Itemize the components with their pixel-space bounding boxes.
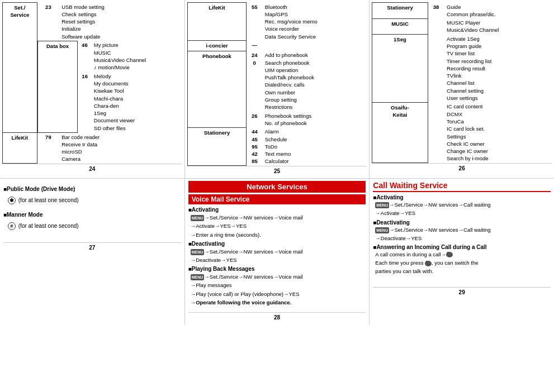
num-cell: 46 xyxy=(78,41,92,71)
items-cell: USB mode setting Check settings Reset se… xyxy=(59,3,182,41)
category-cell: Set./Service xyxy=(3,3,37,133)
page-27-col: ■Public Mode (Drive Mode) ✱ (for at leas… xyxy=(0,179,185,324)
category-cell: LifeKit xyxy=(187,3,247,41)
activating-step2: →Activate→YES→YES xyxy=(191,222,366,230)
manner-mode-detail: # (for at least one second) xyxy=(8,221,181,231)
top-section: Set./Service 23 USB mode setting Check s… xyxy=(0,0,554,179)
category-cell: Stationery xyxy=(372,3,428,19)
hash-icon: # xyxy=(8,222,16,230)
num-cell xyxy=(428,102,444,162)
menu-icon: MENU xyxy=(375,227,389,233)
num-cell: 38 xyxy=(428,3,444,19)
table-row: LifeKit 55 BluetoothMap/GPSRec. msg/voic… xyxy=(187,3,367,41)
deactivating-step2: →Deactivate→YES xyxy=(191,256,366,264)
cw-activating-title: ■Activating xyxy=(373,194,551,200)
playback-step2: →Play messages xyxy=(191,281,366,289)
public-mode-content: ■Public Mode (Drive Mode) ✱ (for at leas… xyxy=(3,184,181,231)
page-26-table: Stationery 38 GuideCommon phrase/dic. MU… xyxy=(372,2,552,163)
activating-section: ■Activating MENU→Set./Service→NW service… xyxy=(188,207,366,239)
menu-icon: MENU xyxy=(191,215,205,221)
public-mode-detail: ✱ (for at least one second) xyxy=(8,195,181,205)
manner-mode-text: (for at least one second) xyxy=(18,223,79,229)
public-mode-title: ■Public Mode (Drive Mode) xyxy=(3,184,181,194)
items-cell: MUSIC PlayerMusic&Video Channel xyxy=(444,18,551,35)
items-cell: MelodyMy documentsKisekae ToolMachi-char… xyxy=(92,72,182,132)
num-cell: — xyxy=(247,41,263,51)
page-28-col: Network Services Voice Mail Service ■Act… xyxy=(185,179,370,324)
table-row: Stationery 4445954285 AlarmScheduleToDoT… xyxy=(187,127,367,165)
cw-activating-section: ■Activating MENU→Set./Service→NW service… xyxy=(373,194,551,217)
playback-section: ■Playing Back Messages MENU→Set./Service… xyxy=(188,266,366,307)
cw-answering-body2: Each time you press 📞, you can switch th… xyxy=(375,259,551,267)
deactivating-section: ■Deactivating MENU→Set./Service→NW servi… xyxy=(188,241,366,264)
category-cell: LifeKit xyxy=(3,133,37,164)
manner-mode-title: ■Manner Mode xyxy=(3,210,181,220)
num-cell xyxy=(428,35,444,103)
activating-step3: →Enter a ring time (seconds). xyxy=(191,231,366,239)
page-number-24: 24 xyxy=(2,164,182,174)
items-cell: Bar code readerReceive Ir datamicroSDCam… xyxy=(59,133,182,164)
category-cell: i-concier xyxy=(187,41,247,51)
category-cell: MUSIC xyxy=(372,18,428,35)
num-cell: 79 xyxy=(37,133,59,164)
category-cell: Data box xyxy=(37,41,78,132)
items-cell: Activate 1SegProgram guideTV timer listT… xyxy=(444,35,551,103)
table-row: Osaifu-Keitai IC card contentDCMXToruCaI… xyxy=(372,102,552,162)
cw-answering-body1: A call comes in during a call→📞 xyxy=(375,250,551,259)
network-services-header: Network Services xyxy=(188,181,366,193)
page-number-26: 26 xyxy=(372,163,552,173)
voice-mail-header: Voice Mail Service xyxy=(188,194,366,204)
cw-deactivating-section: ■Deactivating MENU→Set./Service→NW servi… xyxy=(373,219,551,242)
menu-icon: MENU xyxy=(191,249,205,255)
activating-title: ■Activating xyxy=(188,207,366,213)
activating-step1: MENU→Set./Service→NW services→Voice mail xyxy=(191,213,366,222)
num-cell: 26 xyxy=(247,112,263,128)
category-cell: Phonebook xyxy=(187,51,247,127)
page-25-table: LifeKit 55 BluetoothMap/GPSRec. msg/voic… xyxy=(187,2,367,166)
main-container: Set./Service 23 USB mode setting Check s… xyxy=(0,0,554,324)
category-cell: Osaifu-Keitai xyxy=(372,102,428,162)
public-mode-text: (for at least one second) xyxy=(18,197,79,203)
page-29-col: Call Waiting Service ■Activating MENU→Se… xyxy=(370,179,554,324)
table-row: Data box 46 My pictureMUSICMusic&Video C… xyxy=(37,41,182,71)
table-row: LifeKit 79 Bar code readerReceive Ir dat… xyxy=(3,133,182,164)
bottom-section: ■Public Mode (Drive Mode) ✱ (for at leas… xyxy=(0,179,554,324)
deactivating-title: ■Deactivating xyxy=(188,241,366,247)
cw-answering-title: ■Answering an Incoming Call during a Cal… xyxy=(373,244,551,250)
items-cell: BluetoothMap/GPSRec. msg/voice memoVoice… xyxy=(263,3,367,41)
table-row: i-concier — xyxy=(187,41,367,51)
cw-deactivating-step1: MENU→Set./Service→NW services→Call waiti… xyxy=(375,226,551,234)
num-cell: 240 xyxy=(247,51,263,111)
items-cell: My pictureMUSICMusic&Video Channel♪ moti… xyxy=(92,41,182,71)
items-cell xyxy=(263,41,367,51)
table-row: MUSIC MUSIC PlayerMusic&Video Channel xyxy=(372,18,552,35)
items-cell: AlarmScheduleToDoText memoCalculator xyxy=(263,127,367,165)
table-row: 1Seg Activate 1SegProgram guideTV timer … xyxy=(372,35,552,103)
public-mode-section: ■Public Mode (Drive Mode) ✱ (for at leas… xyxy=(3,184,181,231)
items-cell: GuideCommon phrase/dic. xyxy=(444,3,551,19)
page-25-col: LifeKit 55 BluetoothMap/GPSRec. msg/voic… xyxy=(185,0,370,178)
num-cell xyxy=(428,18,444,35)
page-number-29: 29 xyxy=(373,287,551,297)
page-24-col: Set./Service 23 USB mode setting Check s… xyxy=(0,0,185,178)
page-number-25: 25 xyxy=(187,166,367,176)
table-row: Phonebook 240 Add to phonebookSearch pho… xyxy=(187,51,367,111)
menu-icon: MENU xyxy=(375,202,389,208)
items-cell: IC card contentDCMXToruCaIC card lock se… xyxy=(444,102,551,162)
call-icon-2: 📞 xyxy=(425,261,432,266)
items-cell: Phonebook settingsNo. of phonebook xyxy=(263,112,367,128)
playback-step3: →Play (voice call) or Play (videophone)→… xyxy=(191,290,366,298)
page-number-28: 28 xyxy=(188,312,366,322)
menu-icon: MENU xyxy=(191,274,205,280)
num-cell: 16 xyxy=(78,72,92,132)
cw-answering-section: ■Answering an Incoming Call during a Cal… xyxy=(373,244,551,276)
items-cell: Add to phonebookSearch phonebookUIM oper… xyxy=(263,51,367,111)
num-cell: 55 xyxy=(247,3,263,41)
cw-deactivating-title: ■Deactivating xyxy=(373,219,551,226)
call-waiting-header: Call Waiting Service xyxy=(373,181,551,192)
playback-step4: →Operate following the voice guidance. xyxy=(191,298,366,307)
playback-step1: MENU→Set./Service→NW services→Voice mail xyxy=(191,273,366,281)
cw-deactivating-step2: →Deactivate→YES xyxy=(375,234,551,242)
cw-activating-step2: →Activate→YES xyxy=(375,209,551,217)
page-26-col: Stationery 38 GuideCommon phrase/dic. MU… xyxy=(370,0,554,178)
